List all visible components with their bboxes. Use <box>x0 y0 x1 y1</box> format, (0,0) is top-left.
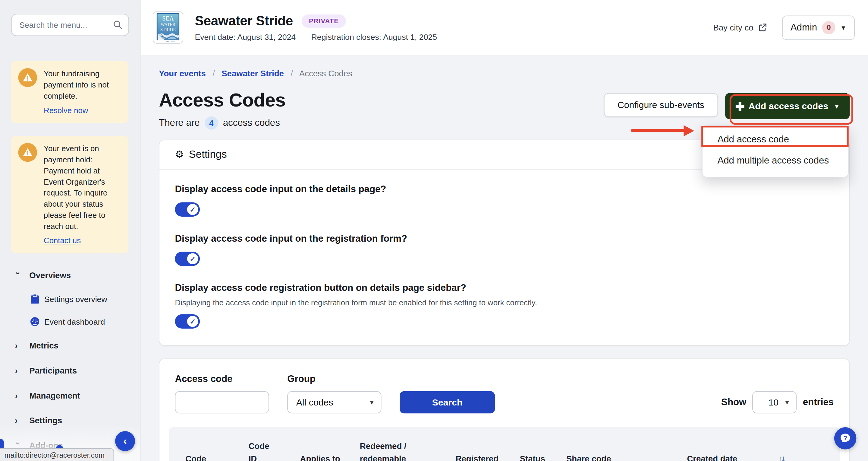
chevron-down-icon: › <box>13 442 23 449</box>
menu-item-add-access-code[interactable]: Add access code <box>703 129 848 150</box>
caret-down-icon: ▼ <box>840 24 846 31</box>
event-header: SEA WATER STRIDE Bay city co Seawater St… <box>141 0 868 56</box>
event-title-block: Seawater Stride PRIVATE Event date: Augu… <box>195 13 437 41</box>
add-access-codes-button[interactable]: ✚ Add access codes ▼ <box>725 93 850 119</box>
sidebar-item-overviews[interactable]: › Overviews <box>15 263 130 288</box>
page-title: Access Codes <box>159 89 285 111</box>
column-code: Code <box>185 452 248 461</box>
sidebar-item-label: Overviews <box>29 270 71 280</box>
sidebar-item-label: Metrics <box>29 341 58 350</box>
group-select[interactable]: All codes <box>287 391 381 413</box>
org-name: Bay city co <box>713 23 753 32</box>
show-label: Show <box>721 397 746 408</box>
warning-icon <box>19 68 37 87</box>
count-badge: 4 <box>205 116 218 130</box>
chevron-right-icon: › <box>15 391 22 400</box>
page-content: Your events / Seawater Stride / Access C… <box>141 56 868 461</box>
annotation-arrow-head <box>684 125 694 136</box>
sidebar-item-metrics[interactable]: › Metrics <box>15 333 130 358</box>
warning-text: Your fundraising payment info is not com… <box>44 69 109 100</box>
entries-select[interactable]: 10 <box>752 391 797 413</box>
sidebar-nav: › Overviews Settings overview Event dash… <box>0 263 141 458</box>
column-status: Status <box>520 452 566 461</box>
sidebar-item-label: Settings overview <box>44 294 107 303</box>
header-right: Bay city co Admin 0 ▼ <box>713 16 855 40</box>
logo-text: SEA <box>162 15 174 22</box>
status-bar-link-preview: mailto:director@raceroster.com <box>0 448 114 461</box>
external-link-icon <box>758 23 767 32</box>
chevron-right-icon: › <box>15 416 22 425</box>
breadcrumb-separator: / <box>213 69 215 78</box>
org-external-link[interactable]: Bay city co <box>713 23 767 32</box>
svg-text:?: ? <box>844 435 847 441</box>
sidebar-item-management[interactable]: › Management <box>15 383 130 408</box>
search-input[interactable] <box>11 14 129 36</box>
resolve-now-link[interactable]: Resolve now <box>44 105 88 116</box>
table-header: Code CodeID Applies to Redeemed /redeema… <box>169 427 840 461</box>
search-button[interactable]: Search <box>400 391 495 413</box>
column-created-date: Created date <box>687 452 778 461</box>
column-registered: Registered <box>456 452 520 461</box>
payment-hold-warning: Your event is on payment hold: Payment h… <box>11 136 128 253</box>
sidebar-item-event-dashboard[interactable]: Event dashboard <box>15 311 130 333</box>
add-access-codes-label: Add access codes <box>748 101 828 111</box>
plus-icon: ✚ <box>735 99 745 113</box>
breadcrumb-event[interactable]: Seawater Stride <box>221 69 284 78</box>
chevron-left-icon: ‹ <box>123 435 127 447</box>
sidebar: Your fundraising payment info is not com… <box>0 0 141 461</box>
check-icon: ✓ <box>187 253 198 264</box>
contact-us-link[interactable]: Contact us <box>44 235 81 246</box>
entries-label: entries <box>803 397 834 408</box>
app: Your fundraising payment info is not com… <box>0 0 868 461</box>
group-label: Group <box>287 374 381 385</box>
settings-title: Settings <box>189 148 227 161</box>
add-access-codes-menu: Add access code Add multiple access code… <box>702 125 849 177</box>
sidebar-item-participants[interactable]: › Participants <box>15 358 130 383</box>
sort-icon[interactable]: ↑↓ <box>778 452 840 461</box>
toggle-details-page[interactable]: ✓ <box>175 202 200 217</box>
toggle-details-sidebar-button[interactable]: ✓ <box>175 314 200 328</box>
caret-down-icon: ▼ <box>834 103 840 110</box>
column-redeemed: Redeemed /redeemable <box>360 439 456 461</box>
event-logo: SEA WATER STRIDE Bay city co <box>153 11 183 44</box>
menu-search <box>11 14 128 36</box>
access-code-count: There are 4 access codes <box>159 116 285 130</box>
menu-item-add-multiple-access-codes[interactable]: Add multiple access codes <box>703 150 848 171</box>
toggle-question: Display access code input on the details… <box>175 184 834 195</box>
toggle-question: Display access code registration button … <box>175 283 834 294</box>
sidebar-collapse-button[interactable]: ‹ <box>115 431 135 451</box>
sidebar-item-label: Settings <box>29 416 62 425</box>
configure-sub-events-button[interactable]: Configure sub-events <box>604 93 718 117</box>
check-icon: ✓ <box>187 204 198 215</box>
access-code-input[interactable] <box>175 391 269 413</box>
warning-text: Your event is on payment hold: Payment h… <box>44 144 107 231</box>
sidebar-item-label: Participants <box>29 366 77 375</box>
registration-closes: Registration closes: August 1, 2025 <box>311 33 437 41</box>
count-prefix: There are <box>159 117 199 128</box>
help-widget-button[interactable]: ? <box>834 427 856 449</box>
warning-icon <box>19 143 37 162</box>
logo-caption: Bay city co <box>166 40 175 42</box>
event-date: Event date: August 31, 2024 <box>195 33 296 41</box>
clipboard-icon <box>30 294 39 304</box>
search-icon <box>113 20 122 29</box>
gear-icon: ⚙ <box>175 148 184 161</box>
sidebar-item-label: Management <box>29 391 80 400</box>
access-codes-table-panel: Access code Group All codes ▼ Search Sho… <box>159 358 849 461</box>
access-code-label: Access code <box>175 374 269 385</box>
breadcrumb-your-events[interactable]: Your events <box>159 69 206 78</box>
column-code-id: CodeID <box>249 439 300 461</box>
sidebar-item-settings[interactable]: › Settings <box>15 408 130 433</box>
fundraising-warning: Your fundraising payment info is not com… <box>11 61 128 123</box>
toggle-registration-form[interactable]: ✓ <box>175 252 200 266</box>
toggle-help-text: Displaying the access code input in the … <box>175 298 834 307</box>
admin-count-badge: 0 <box>822 21 835 34</box>
sidebar-item-settings-overview[interactable]: Settings overview <box>15 288 130 310</box>
chevron-down-icon: › <box>13 272 23 279</box>
sidebar-item-label: Event dashboard <box>44 317 105 326</box>
check-icon: ✓ <box>187 316 198 327</box>
admin-label: Admin <box>790 22 817 33</box>
chevron-right-icon: › <box>15 341 22 350</box>
column-applies-to: Applies to <box>300 452 360 461</box>
admin-menu-button[interactable]: Admin 0 ▼ <box>782 16 855 40</box>
